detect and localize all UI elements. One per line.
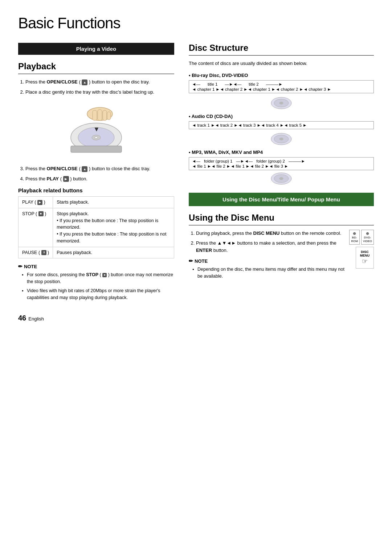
audiocd-diagram: ◄ track 1 ►◄ track 2 ►◄ track 3 ►◄ track… bbox=[189, 121, 374, 129]
playback-buttons-title: Playback related buttons bbox=[18, 187, 174, 193]
left-column: Playing a Video Playback Press the OPEN/… bbox=[18, 43, 174, 303]
audiocd-label: • Audio CD (CD-DA) bbox=[189, 114, 374, 119]
stop-key: STOP ( ■ ) bbox=[19, 208, 53, 247]
play-key: PLAY ( ▶ ) bbox=[19, 197, 53, 208]
disc-step-2: Press the ▲▼◄► buttons to make a selecti… bbox=[196, 240, 348, 254]
title-row: ◄— title 1 —►◄— title 2 ———► bbox=[192, 82, 371, 86]
right-column: Disc Structure The content of discs are … bbox=[189, 43, 374, 303]
folder-diagram: ◄— folder (group) 1 —►◄— folder (group) … bbox=[189, 157, 374, 170]
disc-menu-remote-icon: DISC MENU ☞ bbox=[356, 247, 374, 269]
using-disc-note-title: ✏ NOTE bbox=[189, 258, 348, 264]
svg-rect-3 bbox=[103, 110, 107, 120]
chapter-row: ◄ chapter 1 ►◄ chapter 2 ►◄ chapter 1 ►◄… bbox=[192, 87, 371, 91]
step-3: Press the OPEN/CLOSE ( ▲ ) button to clo… bbox=[25, 165, 174, 172]
dvdvideo-icon: ⊕ DVD-VIDEO bbox=[361, 230, 374, 245]
track-row: ◄ track 1 ►◄ track 2 ►◄ track 3 ►◄ track… bbox=[192, 123, 371, 127]
svg-point-16 bbox=[279, 138, 283, 140]
note-item: For some discs, pressing the STOP ( ■ ) … bbox=[22, 271, 174, 285]
table-row: STOP ( ■ ) Stops playback. • If you pres… bbox=[19, 208, 174, 247]
bdrom-icon: ⊕ BD-ROM bbox=[349, 230, 360, 245]
file-row: ◄ file 1 ►◄ file 2 ►◄ file 1 ►◄ file 2 ►… bbox=[192, 164, 371, 168]
pencil-icon: ✏ bbox=[18, 263, 23, 269]
disc-step-1: During playback, press the DISC MENU but… bbox=[196, 230, 348, 237]
page-title: Basic Functions bbox=[18, 15, 374, 32]
play-value: Starts playback. bbox=[53, 197, 174, 208]
step-1: Press the OPEN/CLOSE ( ▲ ) button to ope… bbox=[25, 78, 174, 86]
svg-rect-1 bbox=[93, 110, 97, 120]
playback-title: Playback bbox=[18, 61, 174, 74]
note-title: ✏ NOTE bbox=[18, 263, 174, 269]
pause-value: Pauses playback. bbox=[53, 247, 174, 258]
bluray-label: • Blu-ray Disc, DVD-VIDEO bbox=[189, 73, 374, 78]
svg-point-19 bbox=[279, 177, 283, 180]
mp3-label: • MP3, WMA, DivX, MKV and MP4 bbox=[189, 150, 374, 155]
disc-menu-banner: Using the Disc Menu/Title Menu/ Popup Me… bbox=[189, 193, 374, 206]
using-disc-text: During playback, press the DISC MENU but… bbox=[189, 230, 348, 282]
note-section: ✏ NOTE For some discs, pressing the STOP… bbox=[18, 263, 174, 301]
pencil-icon-2: ✏ bbox=[189, 258, 193, 264]
playing-video-banner: Playing a Video bbox=[18, 43, 174, 55]
disc-tray-illustration: ▼ bbox=[18, 101, 174, 159]
using-disc-note-list: Depending on the disc, the menu items ma… bbox=[189, 266, 348, 280]
folder-row: ◄— folder (group) 1 —►◄— folder (group) … bbox=[192, 159, 371, 163]
svg-point-8 bbox=[95, 137, 98, 139]
svg-rect-4 bbox=[107, 112, 111, 120]
disc-structure-desc: The content of discs are usually divided… bbox=[189, 60, 374, 68]
page-language: English bbox=[28, 316, 44, 322]
step-4: Press the PLAY ( ▶ ) button. bbox=[25, 175, 174, 183]
audiocd-disc-image bbox=[189, 132, 374, 146]
svg-point-13 bbox=[279, 102, 283, 104]
step-2: Place a disc gently into the tray with t… bbox=[25, 89, 174, 96]
svg-text:▼: ▼ bbox=[93, 126, 100, 133]
note-item: Video files with high bit rates of 20Mbp… bbox=[22, 287, 174, 301]
svg-rect-10 bbox=[71, 146, 122, 152]
using-disc-content: During playback, press the DISC MENU but… bbox=[189, 230, 374, 282]
page-footer: 46 English bbox=[18, 314, 374, 322]
using-disc-note-section: ✏ NOTE Depending on the disc, the menu i… bbox=[189, 258, 348, 280]
bluray-disc-image bbox=[189, 96, 374, 110]
disc-structure-title: Disc Structure bbox=[189, 43, 374, 56]
note-list: For some discs, pressing the STOP ( ■ ) … bbox=[18, 271, 174, 301]
using-disc-title: Using the Disc Menu bbox=[189, 213, 374, 225]
pause-key: PAUSE ( ⏸ ) bbox=[19, 247, 53, 258]
table-row: PAUSE ( ⏸ ) Pauses playback. bbox=[19, 247, 174, 258]
page-number: 46 bbox=[18, 314, 26, 322]
note-item: Depending on the disc, the menu items ma… bbox=[192, 266, 348, 280]
table-row: PLAY ( ▶ ) Starts playback. bbox=[19, 197, 174, 208]
playback-table: PLAY ( ▶ ) Starts playback. STOP ( ■ ) S… bbox=[18, 196, 174, 258]
stop-value: Stops playback. • If you press the butto… bbox=[53, 208, 174, 247]
bluray-diagram: ◄— title 1 —►◄— title 2 ———► ◄ chapter 1… bbox=[189, 80, 374, 93]
mp3-disc-image bbox=[189, 172, 374, 185]
svg-rect-2 bbox=[98, 110, 102, 120]
using-disc-icons: ⊕ BD-ROM ⊕ DVD-VIDEO DISC MENU ☞ bbox=[352, 230, 374, 282]
